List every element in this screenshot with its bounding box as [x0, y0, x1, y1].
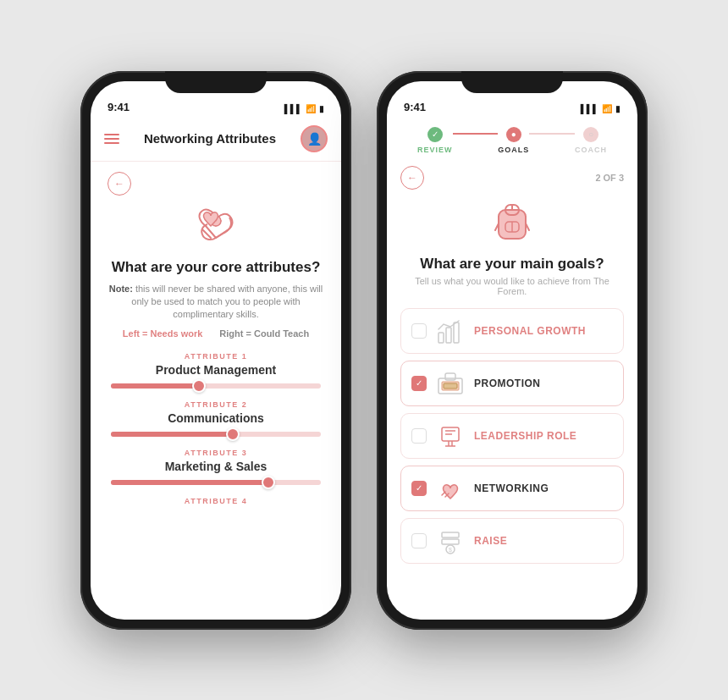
attribute-1: ATTRIBUTE 1 Product Management — [108, 352, 324, 389]
progress-step-review: ✓ REVIEW — [417, 127, 453, 154]
svg-rect-10 — [454, 322, 459, 343]
attr3-name: Marketing & Sales — [108, 460, 324, 473]
svg-rect-14 — [445, 373, 455, 380]
legend-left-value: = Needs work — [142, 328, 202, 339]
status-icons-1: ▌▌▌ 📶 ▮ — [284, 104, 324, 113]
attribute-2: ATTRIBUTE 2 Communications — [108, 400, 324, 437]
svg-rect-22 — [442, 539, 459, 544]
notch-1 — [165, 71, 267, 93]
screen1-header: Networking Attributes 👤 — [91, 119, 341, 162]
prog-line-2 — [529, 133, 575, 135]
goal-networking[interactable]: ✓ NETWORKING — [400, 466, 624, 511]
screen1-main-title: What are your core attributes? — [112, 259, 321, 276]
attr2-label: ATTRIBUTE 2 — [108, 400, 324, 409]
screen2-header-row: ← 2 OF 3 — [400, 166, 624, 190]
screen2-subtitle: Tell us what you would like to achieve f… — [400, 276, 624, 296]
legend-right: Right = Could Teach — [219, 328, 309, 339]
wifi-icon-2: 📶 — [602, 104, 612, 113]
goal-personal-growth[interactable]: PERSONAL GROWTH — [400, 308, 624, 354]
leadership-icon — [435, 422, 466, 449]
legend-right-label: Right — [219, 328, 243, 339]
progress-step-goals: ● GOALS — [498, 127, 529, 154]
slider-3[interactable] — [111, 480, 321, 485]
svg-rect-21 — [442, 532, 459, 537]
goal-name-promotion: PROMOTION — [474, 378, 541, 389]
avatar[interactable]: 👤 — [301, 125, 328, 152]
attr3-label: ATTRIBUTE 3 — [108, 449, 324, 457]
hamburger-menu[interactable] — [104, 134, 119, 144]
checkbox-leadership[interactable] — [411, 428, 427, 444]
goal-name-networking: NETWORKING — [474, 482, 549, 494]
note-prefix: Note: — [109, 284, 133, 294]
prog-label-coach: COACH — [575, 146, 607, 154]
handshake-icon — [190, 202, 241, 249]
prog-dot-coach: ○ — [583, 127, 598, 142]
networking-icon — [435, 475, 466, 502]
prog-label-goals: GOALS — [498, 146, 529, 154]
status-time-1: 9:41 — [108, 101, 130, 113]
backpack-icon — [400, 198, 624, 247]
attribute-4: ATTRIBUTE 4 — [108, 497, 324, 508]
goal-name-personal-growth: PERSONAL GROWTH — [474, 325, 586, 337]
status-time-2: 9:41 — [404, 101, 426, 113]
phone-2: 9:41 ▌▌▌ 📶 ▮ ✓ REVIEW ● GO — [377, 71, 648, 630]
slider-1[interactable] — [111, 383, 321, 389]
note-body: this will never be shared with anyone, t… — [131, 284, 323, 320]
goal-name-leadership: LEADERSHIP ROLE — [474, 430, 576, 442]
wifi-icon: 📶 — [306, 104, 316, 113]
progress-step-coach: ○ COACH — [575, 127, 607, 154]
screen2-main-title: What are your main goals? — [400, 256, 624, 273]
attr2-name: Communications — [108, 411, 324, 425]
phone-1: 9:41 ▌▌▌ 📶 ▮ Networking Attributes 👤 ← — [80, 71, 351, 630]
goal-raise[interactable]: $ RAISE — [400, 518, 624, 564]
checkbox-raise[interactable] — [411, 533, 427, 548]
scene: 9:41 ▌▌▌ 📶 ▮ Networking Attributes 👤 ← — [0, 0, 728, 700]
goal-name-raise: RAISE — [474, 535, 507, 547]
prog-dot-goals: ● — [506, 127, 521, 142]
attribute-3: ATTRIBUTE 3 Marketing & Sales — [108, 449, 324, 485]
attr1-label: ATTRIBUTE 1 — [108, 352, 324, 361]
svg-rect-13 — [444, 383, 457, 389]
legend-left-label: Left — [123, 328, 140, 339]
goal-promotion[interactable]: ✓ PROMOTION — [400, 361, 624, 406]
back-button-2[interactable]: ← — [400, 166, 424, 190]
screen1-title: Networking Attributes — [144, 131, 276, 146]
progress-bar: ✓ REVIEW ● GOALS ○ COACH — [400, 127, 624, 154]
prog-dot-review: ✓ — [427, 127, 443, 142]
notch-2 — [461, 71, 563, 93]
step-count: 2 OF 3 — [595, 173, 624, 183]
checkbox-promotion[interactable]: ✓ — [411, 376, 427, 391]
legend-right-value: = Could Teach — [245, 328, 309, 339]
screen2-body: ✓ REVIEW ● GOALS ○ COACH ← — [387, 119, 637, 620]
screen1-body: ← What are your core attributes? — [91, 162, 341, 620]
battery-icon: ▮ — [319, 104, 324, 113]
svg-text:$: $ — [449, 547, 452, 553]
battery-icon-2: ▮ — [615, 104, 620, 113]
personal-growth-icon — [435, 317, 466, 344]
attr1-name: Product Management — [108, 363, 324, 377]
phone-screen-2: 9:41 ▌▌▌ 📶 ▮ ✓ REVIEW ● GO — [387, 81, 637, 620]
legend: Left = Needs work Right = Could Teach — [123, 328, 309, 339]
attr4-label: ATTRIBUTE 4 — [108, 497, 324, 505]
phone-screen-1: 9:41 ▌▌▌ 📶 ▮ Networking Attributes 👤 ← — [91, 81, 341, 620]
svg-rect-9 — [446, 328, 451, 343]
svg-rect-8 — [438, 333, 444, 343]
screen1-note: Note: this will never be shared with any… — [108, 283, 324, 322]
signal-icon-2: ▌▌▌ — [581, 104, 598, 113]
legend-left: Left = Needs work — [123, 328, 202, 339]
promotion-icon — [435, 370, 466, 397]
slider-2[interactable] — [111, 432, 321, 437]
checkbox-networking[interactable]: ✓ — [411, 481, 427, 496]
prog-line-1 — [453, 133, 499, 135]
status-icons-2: ▌▌▌ 📶 ▮ — [581, 104, 620, 113]
back-button-1[interactable]: ← — [108, 172, 131, 196]
signal-icon: ▌▌▌ — [284, 104, 302, 113]
prog-label-review: REVIEW — [417, 146, 453, 154]
raise-icon: $ — [435, 527, 466, 554]
goals-list: PERSONAL GROWTH ✓ — [400, 308, 624, 611]
checkbox-personal-growth[interactable] — [411, 323, 427, 339]
goal-leadership[interactable]: LEADERSHIP ROLE — [400, 413, 624, 459]
